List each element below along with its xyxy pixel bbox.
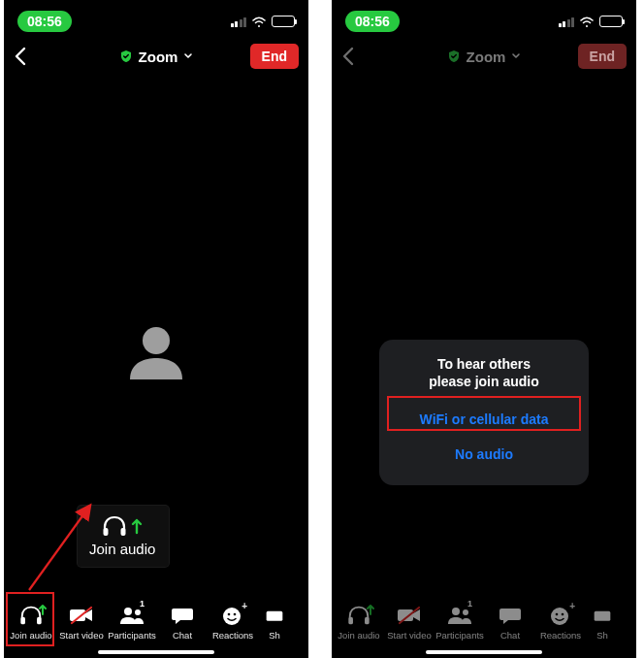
toolbar-chat[interactable]: Chat bbox=[157, 603, 208, 641]
chat-icon bbox=[496, 603, 525, 628]
participants-icon: 1 bbox=[117, 603, 146, 628]
home-indicator bbox=[426, 650, 542, 654]
svg-point-9 bbox=[135, 609, 141, 615]
tooltip-label: Join audio bbox=[89, 541, 155, 557]
dialog-message: To hear othersplease join audio bbox=[387, 355, 581, 390]
toolbar-label: Start video bbox=[387, 630, 431, 641]
toolbar-label: Sh bbox=[269, 630, 280, 641]
avatar-placeholder bbox=[117, 315, 195, 387]
meeting-title-text: Zoom bbox=[467, 49, 506, 65]
svg-point-0 bbox=[143, 327, 170, 354]
participants-icon: 1 bbox=[445, 603, 474, 628]
participants-count-badge: 1 bbox=[140, 599, 145, 609]
video-off-icon bbox=[395, 603, 424, 628]
toolbar-label: Start video bbox=[59, 630, 103, 641]
reactions-icon: + bbox=[546, 603, 575, 628]
svg-point-21 bbox=[556, 613, 559, 616]
toolbar-label: Participants bbox=[435, 630, 484, 641]
bottom-toolbar: Join audio Start video 1 Participants Ch… bbox=[4, 584, 308, 641]
toolbar-share[interactable]: Sh bbox=[586, 603, 619, 641]
svg-point-10 bbox=[223, 608, 241, 625]
svg-rect-1 bbox=[104, 528, 109, 536]
meeting-title-text: Zoom bbox=[139, 49, 178, 65]
toolbar-label: Reactions bbox=[540, 630, 581, 641]
headphones-icon bbox=[101, 515, 128, 537]
toolbar-label: Participants bbox=[108, 630, 156, 641]
toolbar-join-audio[interactable]: Join audio bbox=[6, 603, 56, 641]
participants-count-badge: 1 bbox=[467, 599, 472, 609]
status-time-pill: 08:56 bbox=[345, 11, 400, 32]
reactions-icon: + bbox=[218, 603, 247, 628]
toolbar-label: Chat bbox=[500, 630, 520, 641]
toolbar-label: Chat bbox=[173, 630, 192, 641]
toolbar-chat[interactable]: Chat bbox=[485, 603, 535, 641]
svg-rect-15 bbox=[365, 617, 370, 624]
arrow-up-icon bbox=[130, 516, 144, 536]
shield-check-icon bbox=[119, 49, 133, 63]
toolbar-share[interactable]: Sh bbox=[258, 603, 291, 641]
toolbar-label: Sh bbox=[596, 630, 608, 641]
option-no-audio[interactable]: No audio bbox=[387, 437, 581, 472]
toolbar-label: Reactions bbox=[212, 630, 253, 641]
chat-icon bbox=[168, 603, 197, 628]
svg-point-11 bbox=[228, 613, 231, 616]
top-nav: Zoom End bbox=[4, 35, 308, 78]
phone-screenshot-left: 08:56 Zoom End bbox=[4, 0, 308, 658]
toolbar-participants[interactable]: 1 Participants bbox=[107, 603, 157, 641]
svg-rect-13 bbox=[267, 611, 283, 621]
status-icons bbox=[559, 16, 624, 27]
svg-point-8 bbox=[124, 608, 132, 615]
share-icon bbox=[260, 603, 289, 628]
back-chevron-icon[interactable] bbox=[341, 47, 355, 66]
svg-point-22 bbox=[562, 613, 564, 616]
share-icon bbox=[588, 603, 617, 628]
toolbar-reactions[interactable]: + Reactions bbox=[535, 603, 586, 641]
signal-icon bbox=[559, 16, 575, 27]
svg-rect-14 bbox=[348, 617, 353, 624]
svg-point-19 bbox=[463, 609, 468, 615]
status-bar: 08:56 bbox=[332, 0, 636, 35]
status-bar: 08:56 bbox=[4, 0, 308, 35]
svg-point-18 bbox=[452, 608, 460, 615]
end-button[interactable]: End bbox=[250, 44, 299, 69]
back-chevron-icon[interactable] bbox=[14, 47, 27, 66]
bottom-toolbar: Join audio Start video 1 Participants Ch… bbox=[332, 584, 636, 641]
toolbar-start-video[interactable]: Start video bbox=[384, 603, 435, 641]
plus-icon: + bbox=[569, 601, 575, 611]
option-wifi-cellular[interactable]: WiFi or cellular data bbox=[387, 402, 581, 437]
toolbar-join-audio[interactable]: Join audio bbox=[334, 603, 384, 641]
status-time-pill: 08:56 bbox=[17, 11, 72, 32]
svg-rect-5 bbox=[37, 617, 42, 624]
video-off-icon bbox=[67, 603, 96, 628]
status-icons bbox=[231, 16, 296, 27]
svg-point-12 bbox=[234, 613, 237, 616]
battery-icon bbox=[599, 16, 623, 27]
chevron-down-icon bbox=[511, 52, 521, 60]
battery-icon bbox=[272, 16, 295, 27]
phone-screenshot-right: 08:56 Zoom End To hear othersplease bbox=[332, 0, 636, 658]
svg-rect-2 bbox=[121, 528, 126, 536]
wifi-icon bbox=[579, 16, 595, 27]
chevron-down-icon bbox=[183, 52, 193, 60]
wifi-icon bbox=[251, 16, 267, 27]
video-area: To hear othersplease join audio WiFi or … bbox=[332, 78, 636, 590]
toolbar-label: Join audio bbox=[10, 630, 51, 641]
shield-check-icon bbox=[447, 49, 461, 63]
end-button[interactable]: End bbox=[578, 44, 627, 69]
plus-icon: + bbox=[242, 601, 247, 611]
home-indicator bbox=[98, 650, 214, 654]
toolbar-reactions[interactable]: + Reactions bbox=[208, 603, 258, 641]
svg-rect-4 bbox=[20, 617, 25, 624]
join-audio-dialog: To hear othersplease join audio WiFi or … bbox=[379, 340, 589, 485]
top-nav: Zoom End bbox=[332, 35, 636, 78]
toolbar-start-video[interactable]: Start video bbox=[56, 603, 107, 641]
signal-icon bbox=[231, 16, 247, 27]
toolbar-label: Join audio bbox=[338, 630, 379, 641]
svg-rect-23 bbox=[595, 611, 611, 621]
svg-point-20 bbox=[551, 608, 568, 625]
video-area: Join audio bbox=[4, 78, 308, 590]
join-audio-tooltip[interactable]: Join audio bbox=[78, 506, 169, 567]
toolbar-participants[interactable]: 1 Participants bbox=[435, 603, 485, 641]
